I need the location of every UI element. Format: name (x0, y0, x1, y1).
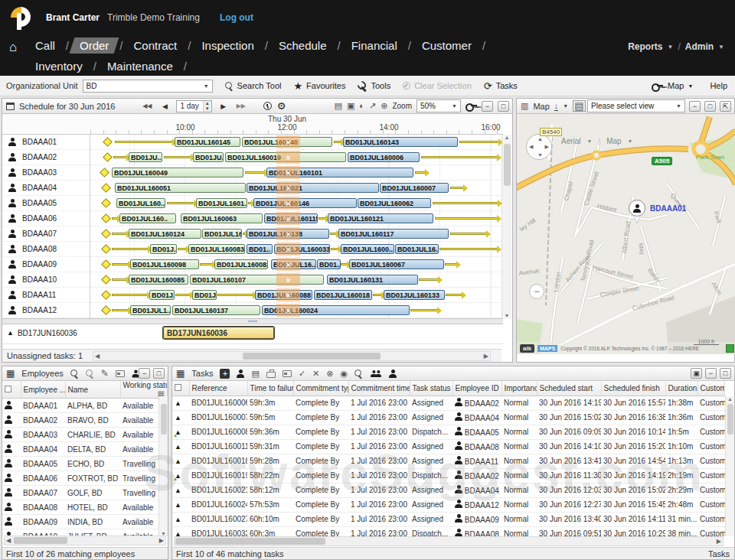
search-icon[interactable] (70, 370, 79, 378)
task-bar[interactable]: BD01JUL160018 (314, 290, 372, 300)
task-bar[interactable]: BD01JUL160082 (214, 259, 268, 269)
tasks-refresh-button[interactable]: ⟳Tasks (484, 81, 518, 91)
column-header-duration[interactable]: Duration (665, 381, 697, 396)
gantt-employee-label[interactable]: BDAAA08 (2, 242, 90, 257)
tasks-vertical-scrollbar[interactable]: ▲ (725, 396, 734, 536)
task-bar[interactable]: BD01JUL160006 (348, 152, 420, 162)
task-row[interactable]: ▲▲BD01JUL16003260h:3mComplete By1 Jul 20… (172, 526, 725, 536)
task-row[interactable]: ▲BD01JUL16002457h:53mComplete By1 Jul 20… (172, 497, 725, 512)
person-pin-icon[interactable] (389, 370, 397, 378)
gantt-employee-label[interactable]: BDAAA11 (2, 288, 90, 303)
clear-selection-button[interactable]: Clear Selection (403, 81, 472, 90)
column-header-employee-id[interactable]: Employee ID (452, 381, 501, 396)
stats-icon[interactable]: ▤ (335, 102, 342, 110)
milestone-diamond[interactable] (101, 305, 111, 315)
milestone-diamond[interactable] (101, 198, 111, 208)
minimize-button[interactable]: − (689, 101, 701, 112)
column-header-time-to-failure[interactable]: Time to failure (247, 381, 293, 396)
column-header-importance[interactable]: Importance (501, 381, 537, 396)
checkbox-icon[interactable] (175, 384, 181, 391)
people-icon[interactable] (370, 370, 382, 378)
employee-map-pin[interactable] (629, 200, 647, 224)
task-bar[interactable]: BD01JUL160137 (172, 305, 260, 315)
select-all-header[interactable] (2, 381, 21, 399)
column-header-scheduled-start[interactable]: Scheduled start (537, 381, 601, 396)
task-bar[interactable]: BD01JUL160051 (115, 183, 246, 193)
view-select[interactable]: Please select view▼ (587, 99, 685, 112)
milestone-diamond[interactable] (103, 137, 113, 147)
org-unit-select[interactable]: BD▼ (83, 80, 213, 93)
spin-down-icon[interactable]: ▼ (204, 106, 211, 112)
chevron-down-icon[interactable]: ▼ (563, 103, 568, 109)
task-row[interactable]: ▲BD01JUL16001159h:31mComplete By1 Jul 20… (172, 439, 725, 454)
person-icon[interactable] (132, 370, 139, 377)
column-header-commitment-type[interactable]: Commitment type (293, 381, 348, 396)
task-bar[interactable]: BD01JU.. (193, 152, 224, 162)
nav-item-customer[interactable]: Customer (416, 37, 478, 54)
search-icon[interactable] (354, 370, 363, 378)
employees-vertical-scrollbar[interactable]: ▼ (158, 396, 168, 536)
task-bar[interactable]: BD01JUL160.. (116, 198, 165, 208)
task-bar[interactable]: BD01JUL160007 (380, 183, 449, 193)
task-bar[interactable]: BD01JUL160143 (343, 137, 458, 147)
milestone-diamond[interactable] (101, 183, 111, 193)
column-header-name[interactable]: Name (65, 381, 120, 399)
column-header-reference[interactable]: Reference (189, 381, 247, 396)
layers-icon[interactable]: ▤ (573, 100, 585, 112)
task-bar[interactable]: BD01J.. (150, 244, 177, 254)
nav-item-contract[interactable]: Contract (128, 37, 184, 54)
gantt-employee-label[interactable]: BDAAA06 (2, 211, 90, 226)
employee-row[interactable]: BDAAA09INDIA, BDAvailable (2, 515, 168, 529)
milestone-diamond[interactable] (101, 229, 111, 239)
unassigned-task-bar[interactable]: BD17JUN160036 (163, 327, 274, 339)
nav-item-call[interactable]: Call (29, 37, 61, 54)
zoom-to-icon[interactable] (86, 370, 94, 378)
map-canvas[interactable]: Park TownChapelCastle StreetHibbertAlber… (517, 114, 735, 354)
milestone-diamond[interactable] (101, 244, 111, 254)
employee-row[interactable]: BDAAA08HOTEL, BDAvailable (2, 500, 168, 515)
checkbox-icon[interactable] (5, 386, 11, 392)
chart-icon[interactable]: ▤ (251, 370, 259, 378)
nav-item-schedule[interactable]: Schedule (273, 37, 333, 54)
briefcase-icon[interactable] (266, 372, 276, 378)
employee-row[interactable]: BDAAA05ECHO, BDTravelling (2, 457, 168, 471)
pie-icon[interactable]: ◐ (359, 102, 364, 110)
task-bar[interactable]: BD01.. (317, 259, 341, 269)
gantt-horizontal-scrollbar[interactable]: ◀ ▶ (93, 351, 491, 361)
select-all-header[interactable] (172, 381, 189, 396)
task-bar[interactable]: BD01JU.. (129, 152, 162, 162)
next-button[interactable]: ▶ (217, 100, 230, 112)
cancel-circle-icon[interactable]: ⊗ (326, 370, 333, 378)
column-header-scheduled-finish[interactable]: Scheduled finish (601, 381, 665, 396)
gantt-employee-label[interactable]: BDAAA03 (2, 165, 90, 181)
map-toggle[interactable]: Map (606, 137, 621, 145)
minimize-button[interactable]: − (139, 368, 150, 379)
task-bar[interactable]: BD01JUL160067 (349, 259, 444, 269)
next-fast-button[interactable]: ▶▶ (235, 100, 247, 112)
nav-item-financial[interactable]: Financial (345, 37, 403, 54)
task-bar[interactable]: BD01JUL160085 (129, 275, 188, 285)
milestone-diamond[interactable] (101, 290, 111, 300)
map-pan-control[interactable]: ▲▼ ◀▶ (526, 134, 552, 160)
tools-button[interactable]: Tools (358, 81, 390, 90)
task-row[interactable]: ▲BD01JUL16002158h:12mComplete By1 Jul 20… (172, 483, 725, 497)
search-tool-button[interactable]: Search Tool (225, 81, 282, 90)
milestone-diamond[interactable] (103, 152, 113, 162)
task-bar[interactable]: BD01JUL160107 (190, 275, 324, 285)
task-bar[interactable]: BD01JUL160133 (384, 290, 445, 300)
task-row[interactable]: ▲▲BD01JUL16001958h:22mComplete By1 Jul 2… (172, 468, 725, 483)
column-header-task-status[interactable]: Task status (410, 381, 452, 396)
trend-icon[interactable]: ↗ (369, 102, 376, 110)
gantt-employee-label[interactable]: BDAAA01 (2, 135, 90, 150)
tasks-horizontal-scrollbar[interactable]: ▶ (174, 536, 724, 546)
employee-row[interactable]: BDAAA07GOLF, BDTravelling (2, 486, 168, 500)
gantt-employee-label[interactable]: BDAAA10 (2, 272, 90, 288)
employee-row[interactable]: BDAAA06FOXTROT, BDTravelling (2, 471, 168, 486)
milestone-diamond[interactable] (101, 275, 111, 285)
add-task-icon[interactable]: + (220, 369, 230, 379)
task-bar[interactable]: BD01JUL160145 (175, 137, 240, 147)
task-bar[interactable]: BD01JUL1600.. (341, 244, 394, 254)
task-bar[interactable]: BD01JUL160121 (328, 213, 433, 223)
task-bar[interactable]: BD01JUL160062 (358, 198, 431, 208)
gantt-employee-label[interactable]: BDAAA12 (2, 303, 90, 318)
